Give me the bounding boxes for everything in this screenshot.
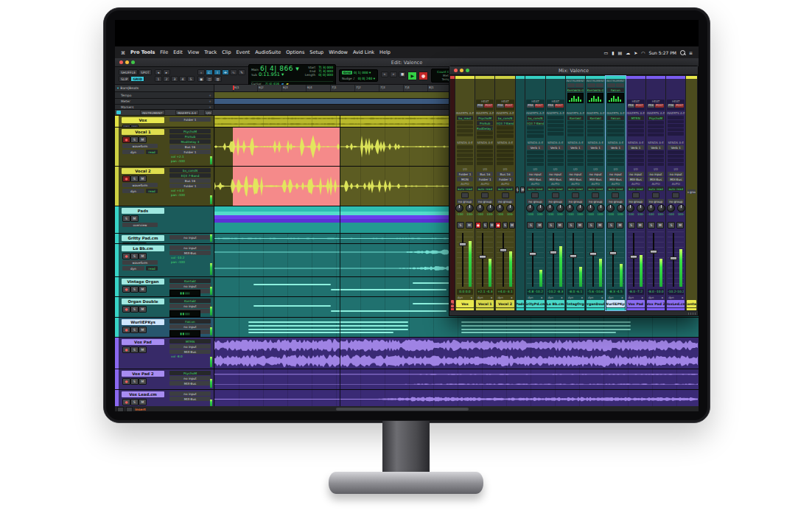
menubar-item-help[interactable]: Help [379,49,391,55]
track-name[interactable]: Pads [122,208,164,214]
heat-pre-button[interactable]: PRE [668,104,674,108]
insert-slot[interactable]: Falcon [607,116,623,120]
automation-mode-selector[interactable]: auto read [587,186,603,191]
send-slot-empty[interactable] [587,163,603,167]
send-slot-empty[interactable] [477,153,493,157]
solo-safe-button[interactable] [461,192,469,198]
mute-button[interactable]: M [466,222,473,229]
solo-button[interactable]: S [130,175,139,182]
record-enable-button[interactable]: ● [122,327,130,333]
insert-slot-empty[interactable] [587,121,603,125]
pan-knob[interactable] [576,204,584,212]
io-selector[interactable]: MIX-Bus [169,381,211,386]
group-selector[interactable]: no group [457,199,473,203]
automation-mode-selector[interactable]: auto read [648,186,664,191]
output-selector[interactable]: Folder 1 [477,177,493,181]
input-selector[interactable]: no input [567,172,584,176]
fader-cap[interactable] [459,243,466,246]
solo-button[interactable]: S [648,222,655,229]
nudge-value-field[interactable]: Nudge ♪0| 0| 240 ▾ [342,77,375,80]
track-header-vintage-organ[interactable]: Vintage Organ●SMKontaktno inputMIX-Bus▮▮… [115,277,214,296]
output-selector[interactable]: MIX-Bus [567,177,584,181]
solo-button[interactable]: S [130,286,139,293]
group-selector[interactable]: no group [648,199,664,203]
stop-button[interactable]: ■ [399,72,406,77]
pan-knob[interactable] [556,204,564,212]
solo-button[interactable]: S [587,222,595,229]
mixer-strip-vox[interactable]: INSERTS A-Ebx_mastSENDS A-EI/OFolder 1MO… [455,76,475,310]
menubar-item-window[interactable]: Window [329,49,348,55]
heat-post-button[interactable]: POST [484,104,493,108]
automation-mode-selector[interactable]: auto read [457,186,473,191]
insert-slot-empty[interactable] [668,132,684,136]
menubar-item-setup[interactable]: Setup [309,49,323,55]
mixer-strip-vox-pad-2[interactable]: HEATPREPOSTINSERTS A-EPsychoMSENDS A-EVe… [646,76,665,310]
insert-chip[interactable]: bx_consN [169,168,211,172]
solo-safe-button[interactable] [531,192,539,198]
insert-slot-empty[interactable] [457,125,473,129]
strip-name[interactable]: OrganDoubl [587,300,604,307]
automation-mode-selector[interactable]: dyn [122,150,144,154]
solo-safe-button[interactable] [502,192,509,198]
mute-button[interactable]: M [139,243,147,243]
heat-post-button[interactable]: POST [655,104,664,108]
record-button[interactable]: ● [419,72,428,80]
send-slot-empty[interactable] [547,163,564,167]
track-name[interactable]: Vintage Organ [122,279,164,285]
insert-slot-empty[interactable] [607,125,623,129]
insert-slot-empty[interactable] [648,129,664,133]
strip-name[interactable]: VoxLed.cm [667,300,685,307]
instrument-plugin-chip[interactable]: Falcon [607,88,623,92]
track-header-vox-pad[interactable]: Vox Pad●SMMTRNno inputMIX-Busvol -8.0 [115,338,214,369]
track-view-selector[interactable]: overview [122,223,158,227]
heat-post-button[interactable]: POST [505,104,514,108]
mute-button[interactable]: M [139,327,147,333]
insert-slot-empty[interactable] [567,133,584,137]
solo-button[interactable]: S [547,222,555,229]
fader-cap[interactable] [550,251,557,254]
midi-io-selector[interactable] [567,83,575,87]
solo-safe-button[interactable] [632,192,640,198]
group-selector[interactable]: no group [607,199,623,203]
send-slot-empty[interactable] [668,150,684,154]
send-slot-empty[interactable] [497,161,513,165]
send-slot-empty[interactable] [497,145,513,149]
strip-name[interactable]: Pads [517,300,525,307]
midi-io-selector[interactable] [596,83,604,87]
send-slot-empty[interactable] [497,150,513,153]
midi-io-selector[interactable] [575,83,584,87]
record-enable-button[interactable]: ● [475,222,480,229]
io-selector[interactable]: no input [169,324,211,329]
airdrop-icon[interactable]: ➤ [634,50,637,55]
send-slot-empty[interactable] [477,161,493,165]
send-slot-empty[interactable] [668,163,684,167]
edit-toggle-0[interactable]: ▣ [197,76,205,82]
send-slot-empty[interactable] [457,161,473,165]
fader-cap[interactable] [589,252,597,256]
send-slot-empty[interactable] [628,163,644,167]
mode-button-grid[interactable]: GRID [130,76,144,82]
trim-tool-icon[interactable]: ⊏ [206,69,213,75]
keyboard-icon[interactable]: ▤ [618,50,623,55]
insert-slot[interactable]: bx_mast [457,116,473,120]
send-slot-empty[interactable] [527,150,543,154]
track-list-toggle[interactable] [117,407,124,412]
insert-slot-empty[interactable] [668,128,684,132]
output-selector[interactable]: MIX-Bus [628,177,644,181]
selector-tool-icon[interactable]: I [214,69,221,75]
insert-slot-empty[interactable] [567,121,584,125]
mixer-strip-vintagorgn[interactable]: INSTRUMENTKontakt6.GINSERTS A-EKontaktSE… [566,76,585,310]
midi-note[interactable] [461,332,616,333]
pan-knob[interactable] [496,204,504,212]
input-selector[interactable]: no input [628,172,644,176]
mute-button[interactable]: M [676,222,684,229]
pan-knob[interactable] [566,204,574,212]
pan-knob[interactable] [677,204,685,212]
send-slot[interactable]: Verb 1 [648,145,664,150]
track-name[interactable]: Vox Pad [122,339,164,345]
mixer-strip-wurliepkys[interactable]: INSTRUMENTFalconINSERTS A-EFalconSENDS A… [606,76,625,310]
mode-button-shuffle[interactable]: SHUFFLE [119,69,138,75]
insert-chip[interactable]: EQ3 7-Band [169,173,211,178]
mute-button[interactable]: M [576,222,584,229]
record-enable-button[interactable]: ● [122,306,130,313]
